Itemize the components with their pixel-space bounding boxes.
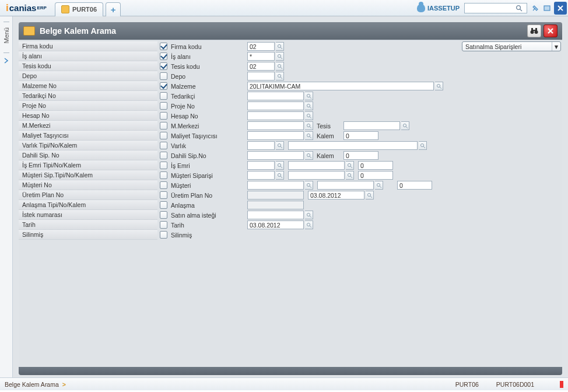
chk-hesap-no[interactable]	[160, 112, 167, 120]
chk-malzeme[interactable]	[160, 82, 167, 90]
search-icon[interactable]	[515, 4, 523, 12]
breadcrumb[interactable]: Belge Kalem Arama	[5, 381, 59, 388]
fld-isemri-no[interactable]	[288, 161, 345, 170]
pin-icon[interactable]	[530, 3, 541, 13]
fld-dahili-sip[interactable]	[247, 151, 304, 160]
fld-is-alani[interactable]: *	[247, 52, 275, 61]
user-info[interactable]: IASSETUP	[417, 4, 464, 12]
fld-mustsip-kalem[interactable]: 0	[358, 171, 393, 180]
add-tab-button[interactable]: +	[106, 2, 121, 16]
search-binoculars-button[interactable]	[527, 24, 541, 37]
fld-musteri-far[interactable]: 0	[397, 181, 432, 190]
pane-close-button[interactable]	[544, 24, 558, 37]
lookup-icon[interactable]	[276, 161, 284, 170]
lookup-icon[interactable]	[346, 171, 354, 180]
chk-firma-kodu[interactable]	[160, 43, 167, 50]
chk-istek[interactable]	[160, 211, 167, 219]
fld-uretim-date[interactable]: 03.08.2012	[308, 191, 364, 200]
chk-tedarikci[interactable]	[160, 92, 167, 100]
svg-line-21	[310, 107, 311, 108]
chk-anlasma[interactable]	[160, 201, 167, 209]
chk-dahili-sip[interactable]	[160, 152, 167, 159]
svg-line-33	[423, 146, 425, 148]
svg-line-9	[281, 47, 282, 49]
tab-active[interactable]: PURT06	[55, 2, 103, 16]
fld-firma-kodu[interactable]: 02	[247, 42, 275, 51]
label-tesis-kodu: Tesis kodu	[19, 61, 157, 71]
lookup-icon[interactable]	[305, 211, 313, 219]
chk-tarih[interactable]	[160, 221, 167, 229]
svg-line-11	[281, 57, 282, 59]
fld-varlik-tip[interactable]	[247, 141, 275, 150]
chk-musteri[interactable]	[160, 181, 167, 189]
fld-musteri-2[interactable]	[317, 181, 374, 190]
window-icon[interactable]	[542, 3, 552, 13]
breadcrumb-arrow-icon: >	[62, 381, 66, 388]
fld-mustsip-no[interactable]	[288, 171, 345, 180]
lookup-icon[interactable]	[276, 42, 284, 51]
fld-kalem-1[interactable]: 0	[343, 131, 378, 140]
username: IASSETUP	[427, 5, 460, 12]
lookup-icon[interactable]	[305, 111, 313, 120]
svg-line-39	[350, 166, 352, 168]
chk-uretim-plan[interactable]	[160, 191, 167, 199]
fld-tesis-kodu[interactable]: 02	[247, 62, 275, 71]
pane-header: Belge Kalem Arama	[19, 22, 562, 40]
lookup-icon[interactable]	[276, 62, 284, 71]
chk-varlik[interactable]	[160, 142, 167, 149]
fld-isemri-tip[interactable]	[247, 161, 275, 170]
chk-musteri-sip[interactable]	[160, 172, 167, 179]
expand-menu-icon[interactable]	[3, 57, 10, 64]
svg-point-32	[420, 144, 423, 146]
close-button[interactable]	[554, 2, 567, 15]
fld-depo[interactable]	[247, 72, 275, 80]
global-search[interactable]	[464, 3, 527, 13]
side-menu[interactable]: Menü	[0, 16, 13, 377]
fld-tedarikci[interactable]	[247, 92, 304, 100]
lookup-icon[interactable]	[435, 82, 443, 90]
chk-mmerkezi[interactable]	[160, 122, 167, 130]
chk-proje-no[interactable]	[160, 102, 167, 110]
chk-silinmis[interactable]	[160, 231, 167, 239]
fld-mmerkezi[interactable]	[247, 121, 304, 130]
lookup-icon[interactable]	[375, 181, 383, 190]
lookup-icon[interactable]	[401, 121, 409, 130]
pane-footer	[19, 367, 562, 375]
lookup-icon[interactable]	[276, 171, 284, 180]
lookup-icon[interactable]	[305, 181, 313, 190]
lookup-icon[interactable]	[305, 220, 313, 229]
fld-istek[interactable]	[247, 211, 304, 219]
search-input[interactable]	[465, 5, 515, 12]
fld-musteri-1[interactable]	[247, 181, 304, 190]
document-type-select[interactable]: Satınalma Siparişleri ▼	[462, 41, 561, 51]
lookup-icon[interactable]	[366, 191, 374, 200]
chk-maliyet[interactable]	[160, 132, 167, 139]
svg-line-17	[440, 87, 441, 89]
label-musteri-sip: Müşteri Sip.Tipi/No/Kalem	[19, 170, 157, 180]
lookup-icon[interactable]	[419, 141, 427, 150]
chk-tesis-kodu[interactable]	[160, 62, 167, 70]
svg-line-13	[281, 67, 282, 69]
fld-kalem-2[interactable]: 0	[343, 151, 378, 160]
lookup-icon[interactable]	[276, 52, 284, 61]
fld-varlik-no[interactable]	[288, 141, 418, 150]
lookup-icon[interactable]	[346, 161, 354, 170]
fld-isemri-kalem[interactable]: 0	[358, 161, 393, 170]
lookup-icon[interactable]	[305, 151, 313, 160]
lookup-icon[interactable]	[305, 131, 313, 140]
fld-tarih[interactable]: 03.08.2012	[247, 220, 304, 229]
chk-is-alani[interactable]	[160, 52, 167, 60]
fld-tesis-extra[interactable]	[343, 121, 400, 130]
lookup-icon[interactable]	[305, 92, 313, 100]
lookup-icon[interactable]	[276, 72, 284, 80]
fld-malzeme[interactable]: 20LITAKIMM-CAM	[247, 82, 434, 90]
lookup-icon[interactable]	[305, 121, 313, 130]
fld-proje-no[interactable]	[247, 102, 304, 110]
chk-is-emri[interactable]	[160, 162, 167, 169]
fld-mustsip-tip[interactable]	[247, 171, 275, 180]
lookup-icon[interactable]	[305, 102, 313, 110]
lookup-icon[interactable]	[276, 141, 284, 150]
fld-maliyet[interactable]	[247, 131, 304, 140]
chk-depo[interactable]	[160, 72, 167, 80]
fld-hesap-no[interactable]	[247, 111, 304, 120]
